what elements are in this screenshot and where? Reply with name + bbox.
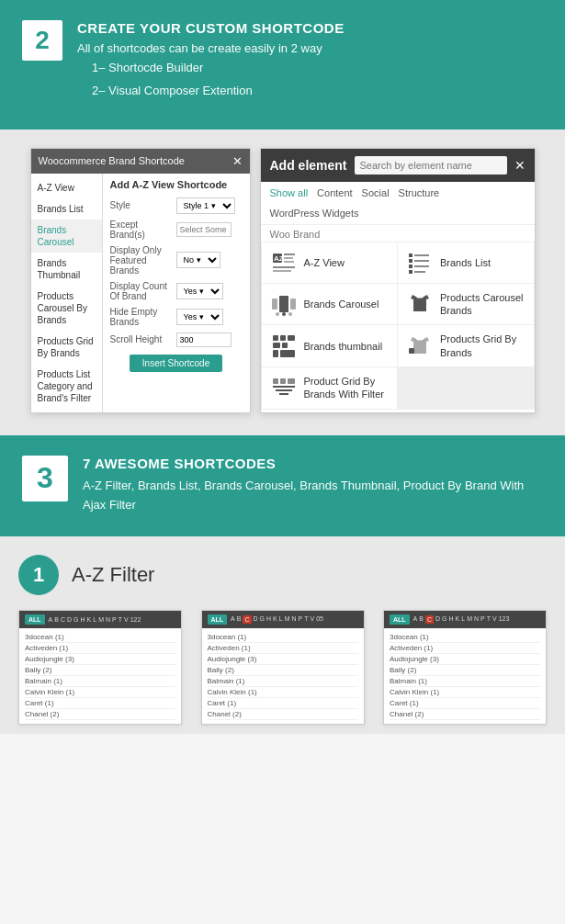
list-item: Caret (1) [208, 698, 358, 709]
ae-item-label-brandsthumbnail: Brands thumbnail [304, 340, 383, 353]
ae-item-productgridfilter[interactable]: Product Grid By Brands With Filter [262, 367, 398, 409]
all-btn-1[interactable]: ALL [25, 614, 45, 625]
ae-item-brandscarousel[interactable]: Brands Carousel [262, 284, 398, 325]
section2: 2 CREATE YOUR CUSTOM SHORTCODE All of sh… [0, 0, 565, 130]
ae-nav-content[interactable]: Content [317, 187, 353, 198]
select-featured[interactable]: No ▾ [176, 252, 220, 268]
ae-item-productsgrid[interactable]: Products Grid By Brands [398, 325, 534, 366]
sidebar-item-brandslist[interactable]: Brands List [31, 198, 102, 220]
filter-thumb1-header: ALL ABCDGHKL MNPTV122 [19, 611, 181, 628]
ae-nav-widgets[interactable]: WordPress Widgets [270, 208, 359, 219]
list-item: Activeden (1) [208, 643, 358, 654]
sidebar-item-productsgrid[interactable]: Products Grid By Brands [31, 331, 102, 364]
az-icon: AZ [271, 250, 297, 276]
label-except: Except Brand(s) [110, 220, 173, 240]
ae-item-brandsthumbnail[interactable]: Brands thumbnail [262, 325, 398, 366]
svg-rect-23 [288, 335, 295, 341]
sidebar-item-productslist[interactable]: Products List Category and Brand's Filte… [31, 364, 102, 409]
form-row-style: Style Style 1 ▾ [110, 197, 243, 214]
ae-nav-showall[interactable]: Show all [270, 187, 309, 198]
grid-icon [271, 333, 297, 359]
sidebar-item-productscarousel[interactable]: Products Carousel By Brands [31, 286, 102, 331]
step1-badge: 1 [18, 555, 59, 595]
ae-item-label-brandslist: Brands List [440, 256, 491, 269]
filter-letters-1: ABCDGHKL MNPTV122 [49, 616, 141, 623]
svg-rect-33 [276, 389, 292, 391]
section3-content: 7 AWESOME SHORTCODES A-Z Filter, Brands … [83, 456, 543, 515]
insert-shortcode-button[interactable]: Insert Shortcode [130, 355, 222, 372]
all-btn-3[interactable]: ALL [390, 614, 410, 625]
svg-rect-2 [284, 254, 295, 255]
svg-rect-11 [409, 265, 412, 268]
section2-desc: All of shortcodes can be create easily i… [77, 41, 345, 55]
sidebar-item-brandscarousel[interactable]: Brands Carousel [31, 220, 102, 253]
input-except[interactable] [176, 222, 232, 237]
list-item: Chanel (2) [390, 709, 540, 720]
svg-rect-8 [414, 254, 429, 256]
list-item: Caret (1) [25, 698, 175, 709]
list-item: Chanel (2) [25, 709, 175, 720]
svg-rect-15 [272, 299, 277, 310]
filter-thumb-3: ALL ABCDGHKL MNPTV123 3docean (1) Active… [383, 610, 547, 725]
section2-way1: 1– Shortocde Builder [92, 57, 345, 78]
section2-title: CREATE YOUR CUSTOM SHORTCODE [77, 20, 345, 36]
svg-rect-24 [273, 343, 280, 348]
filter-thumb-1: ALL ABCDGHKL MNPTV122 3docean (1) Active… [18, 610, 182, 725]
ae-item-label-productgridfilter: Product Grid By Brands With Filter [304, 375, 389, 401]
list-item: Bally (2) [25, 665, 175, 676]
svg-rect-7 [409, 254, 412, 257]
ae-item-label-brandscarousel: Brands Carousel [304, 298, 379, 310]
list-item: Balmain (1) [208, 676, 358, 687]
svg-rect-12 [414, 265, 429, 267]
list-item: 3docean (1) [208, 632, 358, 643]
list-item: Balmain (1) [390, 676, 540, 687]
ae-item-azview[interactable]: AZ A-Z View [262, 242, 398, 283]
step1-title: A-Z Filter [72, 563, 154, 587]
section2-way2: 2– Visual Composer Extention [92, 80, 345, 101]
woo-modal-close[interactable]: ✕ [232, 154, 243, 168]
ae-panel-title: Add element [270, 158, 347, 173]
svg-rect-28 [409, 348, 414, 354]
svg-rect-30 [280, 378, 286, 384]
label-featured: Display Only Featured Brands [110, 245, 173, 276]
ae-item-brandslist[interactable]: Brands List [398, 242, 534, 283]
woo-modal-title: Woocommerce Brand Shortcode [39, 155, 185, 166]
select-count[interactable]: Yes ▾ [176, 283, 223, 299]
filter-thumbs: ALL ABCDGHKL MNPTV122 3docean (1) Active… [18, 610, 547, 725]
svg-rect-26 [273, 350, 278, 357]
woo-modal-body: A-Z View Brands List Brands Carousel Bra… [31, 174, 250, 412]
form-row-featured: Display Only Featured Brands No ▾ [110, 245, 243, 276]
ae-section-label: Woo Brand [261, 225, 535, 242]
ae-nav-social[interactable]: Social [362, 187, 390, 198]
label-style: Style [110, 200, 173, 210]
input-scroll[interactable] [176, 332, 232, 347]
ae-close-button[interactable]: ✕ [514, 158, 525, 173]
svg-rect-4 [284, 261, 294, 263]
ae-grid: AZ A-Z View Brands List Brands Carousel [261, 242, 535, 410]
ae-item-productscarousel[interactable]: Products Carousel Brands [398, 284, 534, 325]
svg-text:AZ: AZ [274, 254, 284, 263]
list-item: Caret (1) [390, 698, 540, 709]
all-btn-2[interactable]: ALL [208, 614, 228, 625]
svg-point-20 [288, 312, 292, 316]
select-style[interactable]: Style 1 ▾ [176, 197, 235, 214]
ae-nav-structure[interactable]: Structure [399, 187, 440, 198]
svg-rect-5 [273, 266, 295, 268]
ae-nav: Show all Content Social Structure WordPr… [261, 182, 535, 225]
section3-title: 7 AWESOME SHORTCODES [83, 456, 543, 471]
form-row-scroll: Scroll Height [110, 332, 243, 347]
woo-modal-header: Woocommerce Brand Shortcode ✕ [31, 149, 250, 174]
form-row-except: Except Brand(s) [110, 220, 243, 240]
list-item: Bally (2) [208, 665, 358, 676]
select-empty[interactable]: Yes ▾ [176, 309, 223, 325]
form-row-empty: Hide Empty Brands Yes ▾ [110, 307, 243, 327]
list-icon [407, 250, 433, 276]
filter-letters-2: ABCDGHKL MNPTV05 [231, 615, 323, 624]
label-scroll: Scroll Height [110, 334, 173, 344]
ae-search-input[interactable] [355, 156, 507, 175]
filter-thumb3-header: ALL ABCDGHKL MNPTV123 [384, 611, 546, 628]
ae-item-label-productscarousel: Products Carousel Brands [440, 291, 525, 318]
sidebar-item-brandsthumbnail[interactable]: Brands Thumbnail [31, 253, 102, 286]
sidebar-item-azview[interactable]: A-Z View [31, 177, 102, 198]
screenshots-area: Woocommerce Brand Shortcode ✕ A-Z View B… [0, 130, 565, 435]
